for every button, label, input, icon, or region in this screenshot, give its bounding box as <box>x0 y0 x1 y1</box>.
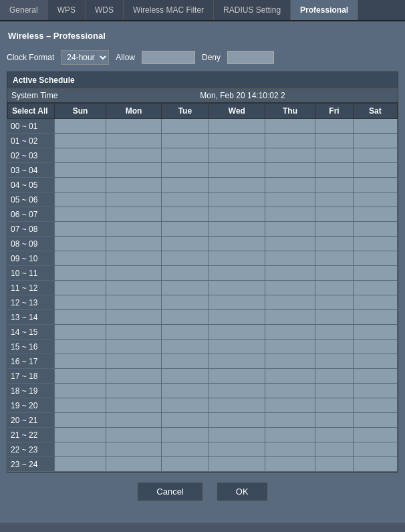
day-cell[interactable] <box>353 119 397 134</box>
tab-wps[interactable]: WPS <box>48 0 86 20</box>
day-cell[interactable] <box>55 442 106 457</box>
day-cell[interactable] <box>209 384 265 398</box>
day-cell[interactable] <box>161 119 209 134</box>
day-cell[interactable] <box>265 163 315 178</box>
day-cell[interactable] <box>209 369 265 384</box>
day-cell[interactable] <box>209 295 265 310</box>
day-cell[interactable] <box>209 325 265 340</box>
day-cell[interactable] <box>353 163 397 178</box>
day-cell[interactable] <box>106 295 162 310</box>
day-cell[interactable] <box>161 148 209 163</box>
day-cell[interactable] <box>209 119 265 134</box>
col-header-select-all[interactable]: Select All <box>8 104 55 119</box>
day-cell[interactable] <box>55 251 106 266</box>
day-cell[interactable] <box>315 398 354 413</box>
day-cell[interactable] <box>265 119 315 134</box>
col-header-sat[interactable]: Sat <box>353 104 397 119</box>
day-cell[interactable] <box>106 119 162 134</box>
day-cell[interactable] <box>265 134 315 148</box>
day-cell[interactable] <box>209 237 265 251</box>
day-cell[interactable] <box>315 281 354 295</box>
day-cell[interactable] <box>209 207 265 222</box>
day-cell[interactable] <box>353 310 397 325</box>
day-cell[interactable] <box>55 457 106 472</box>
day-cell[interactable] <box>353 281 397 295</box>
day-cell[interactable] <box>265 354 315 369</box>
day-cell[interactable] <box>209 222 265 237</box>
day-cell[interactable] <box>55 398 106 413</box>
day-cell[interactable] <box>106 222 162 237</box>
day-cell[interactable] <box>161 134 209 148</box>
day-cell[interactable] <box>315 325 354 340</box>
day-cell[interactable] <box>209 134 265 148</box>
day-cell[interactable] <box>315 369 354 384</box>
col-header-fri[interactable]: Fri <box>315 104 354 119</box>
day-cell[interactable] <box>106 384 162 398</box>
day-cell[interactable] <box>209 428 265 442</box>
day-cell[interactable] <box>106 148 162 163</box>
day-cell[interactable] <box>353 192 397 207</box>
day-cell[interactable] <box>353 222 397 237</box>
day-cell[interactable] <box>353 340 397 354</box>
ok-button[interactable]: OK <box>217 482 268 501</box>
day-cell[interactable] <box>161 237 209 251</box>
day-cell[interactable] <box>209 413 265 428</box>
day-cell[interactable] <box>55 178 106 192</box>
day-cell[interactable] <box>209 354 265 369</box>
day-cell[interactable] <box>315 251 354 266</box>
day-cell[interactable] <box>55 119 106 134</box>
day-cell[interactable] <box>353 398 397 413</box>
day-cell[interactable] <box>265 192 315 207</box>
day-cell[interactable] <box>161 163 209 178</box>
day-cell[interactable] <box>209 163 265 178</box>
day-cell[interactable] <box>209 398 265 413</box>
col-header-thu[interactable]: Thu <box>265 104 315 119</box>
day-cell[interactable] <box>209 192 265 207</box>
tab-general[interactable]: General <box>0 0 48 20</box>
day-cell[interactable] <box>315 384 354 398</box>
day-cell[interactable] <box>353 178 397 192</box>
day-cell[interactable] <box>106 281 162 295</box>
day-cell[interactable] <box>106 442 162 457</box>
day-cell[interactable] <box>106 163 162 178</box>
day-cell[interactable] <box>106 369 162 384</box>
day-cell[interactable] <box>265 325 315 340</box>
day-cell[interactable] <box>315 192 354 207</box>
day-cell[interactable] <box>265 281 315 295</box>
day-cell[interactable] <box>315 457 354 472</box>
day-cell[interactable] <box>106 134 162 148</box>
day-cell[interactable] <box>315 266 354 281</box>
day-cell[interactable] <box>161 398 209 413</box>
day-cell[interactable] <box>55 340 106 354</box>
day-cell[interactable] <box>161 369 209 384</box>
deny-input[interactable] <box>227 51 274 64</box>
col-header-mon[interactable]: Mon <box>106 104 162 119</box>
day-cell[interactable] <box>106 237 162 251</box>
day-cell[interactable] <box>161 281 209 295</box>
day-cell[interactable] <box>55 134 106 148</box>
day-cell[interactable] <box>161 178 209 192</box>
day-cell[interactable] <box>265 178 315 192</box>
day-cell[interactable] <box>315 148 354 163</box>
day-cell[interactable] <box>161 340 209 354</box>
day-cell[interactable] <box>353 428 397 442</box>
day-cell[interactable] <box>265 340 315 354</box>
day-cell[interactable] <box>55 325 106 340</box>
day-cell[interactable] <box>353 413 397 428</box>
day-cell[interactable] <box>315 163 354 178</box>
day-cell[interactable] <box>315 178 354 192</box>
tab-wds[interactable]: WDS <box>86 0 124 20</box>
day-cell[interactable] <box>161 207 209 222</box>
day-cell[interactable] <box>315 310 354 325</box>
day-cell[interactable] <box>265 295 315 310</box>
day-cell[interactable] <box>265 222 315 237</box>
col-header-wed[interactable]: Wed <box>209 104 265 119</box>
day-cell[interactable] <box>55 192 106 207</box>
day-cell[interactable] <box>106 251 162 266</box>
day-cell[interactable] <box>265 369 315 384</box>
day-cell[interactable] <box>55 310 106 325</box>
day-cell[interactable] <box>315 119 354 134</box>
day-cell[interactable] <box>161 428 209 442</box>
day-cell[interactable] <box>353 237 397 251</box>
day-cell[interactable] <box>161 295 209 310</box>
